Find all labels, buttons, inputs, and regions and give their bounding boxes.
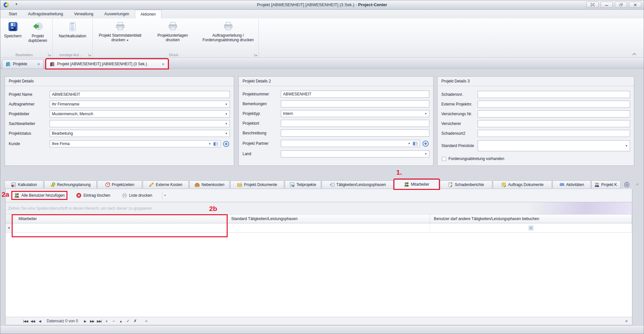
toolbar-overflow-caret[interactable]: ▼ bbox=[162, 192, 168, 199]
ribbon-collapse-icon[interactable] bbox=[632, 52, 637, 56]
minimize-button[interactable] bbox=[601, 2, 613, 8]
tab-auftrags-dokumente[interactable]: Auftrags Dokumente bbox=[493, 180, 552, 189]
tab-label: Externe Kosten bbox=[156, 182, 182, 187]
close-button[interactable] bbox=[629, 2, 641, 8]
dialog-launcher-icon[interactable] bbox=[88, 53, 91, 56]
ribbon-tab-aktionen[interactable]: Aktionen bbox=[135, 10, 162, 19]
window-title: Projekt [ABWESENHEIT] [ABWESENHEIT] (3 S… bbox=[0, 2, 644, 7]
projektunterlagen-drucken-button[interactable]: Projektunterlagen drucken bbox=[152, 20, 194, 43]
projektstatus-combo[interactable]: Bearbeitung▼ bbox=[50, 130, 230, 137]
contact-card-icon[interactable] bbox=[213, 142, 218, 146]
forderungsabtretung-checkbox-row: Forderungsabtretung vorhanden bbox=[442, 156, 504, 161]
nav-commit-button[interactable]: ✓ bbox=[125, 319, 131, 323]
tab-rechnungsplanung[interactable]: €Rechnungsplanung bbox=[44, 180, 97, 189]
tab-aktivitaeten[interactable]: Aktivitäten bbox=[553, 180, 591, 189]
ribbon-tab-start[interactable]: Start bbox=[3, 10, 22, 19]
nav-delete-button[interactable]: − bbox=[111, 319, 117, 324]
document-tab-bar: Projekte × Projekt [ABWESENHEIT] [ABWESE… bbox=[0, 58, 644, 69]
new-row-cell-mitarbeiter[interactable] bbox=[13, 223, 227, 233]
liste-drucken-button[interactable]: Liste drucken bbox=[120, 192, 154, 199]
nav-prev-button[interactable]: ◀ bbox=[37, 319, 43, 323]
close-tab-icon[interactable]: × bbox=[37, 62, 40, 67]
nav-prev-page-button[interactable]: ◀◀ bbox=[30, 319, 36, 323]
externe-projektnr-input[interactable] bbox=[478, 101, 630, 108]
auftragserteilung-drucken-button[interactable]: Auftragserteilung / Forderungsabtretung … bbox=[198, 20, 258, 43]
group-label-sonstige: sonstige Auf... bbox=[54, 53, 87, 57]
nav-last-button[interactable]: ▶▶| bbox=[96, 319, 102, 323]
doc-tab-projekt-abwesenheit[interactable]: Projekt [ABWESENHEIT] [ABWESENHEIT] (3 S… bbox=[46, 59, 168, 68]
add-kunde-button[interactable] bbox=[222, 140, 230, 148]
tab-teilprojekte[interactable]: 1Teilprojekte bbox=[285, 180, 321, 189]
standard-preisliste-combo[interactable]: ▼ bbox=[478, 140, 630, 151]
beschreibung-input[interactable] bbox=[281, 130, 429, 137]
auftragnehmer-combo[interactable]: Ihr Firmenname▼ bbox=[50, 101, 230, 108]
add-partner-button[interactable] bbox=[422, 140, 429, 147]
tab-settings-gear-icon[interactable] bbox=[624, 181, 630, 187]
contact-card-icon[interactable] bbox=[413, 142, 418, 146]
projekttyp-combo[interactable]: Intern▼ bbox=[281, 110, 429, 117]
projektort-input[interactable] bbox=[281, 120, 429, 127]
tab-projektzeiten[interactable]: Projektzeiten bbox=[97, 180, 142, 189]
nav-add-button[interactable]: + bbox=[103, 319, 110, 324]
column-header-mitarbeiter[interactable]: Mitarbeiter bbox=[13, 215, 227, 223]
land-combo[interactable]: ▼ bbox=[281, 150, 429, 157]
tab-kalkulation[interactable]: Kalkulation bbox=[5, 180, 43, 189]
tab-projekt-k[interactable]: Projekt K bbox=[591, 180, 621, 189]
tab-scroll-left-icon[interactable]: ◀ bbox=[636, 182, 638, 186]
hscroll-left-icon[interactable]: ◀ bbox=[145, 319, 147, 323]
projekt-partner-combo[interactable]: ▼ bbox=[281, 140, 420, 147]
projektnummer-input[interactable] bbox=[281, 91, 429, 98]
grid-checkbox[interactable] bbox=[529, 226, 533, 230]
tab-taetigkeiten-leistungsphasen[interactable]: Tätigkeiten/Leistungsphasen bbox=[322, 180, 394, 189]
tab-label: Schadenberichte bbox=[455, 182, 484, 187]
phases-table-icon bbox=[329, 182, 335, 187]
doc-tab-projekte[interactable]: Projekte × bbox=[2, 59, 43, 68]
versicherer-input[interactable] bbox=[478, 120, 630, 127]
close-tab-icon[interactable]: × bbox=[162, 62, 164, 67]
column-header-standard-taetigkeiten[interactable]: Standard Tätigkeiten/Leistungsphasen bbox=[227, 215, 430, 223]
sachbearbeiter-combo[interactable]: ▼ bbox=[50, 120, 230, 127]
new-row-cell-taetigkeiten[interactable] bbox=[227, 223, 430, 233]
speichern-button[interactable]: Speichern bbox=[1, 20, 25, 39]
nachkalkulation-button[interactable]: Nachkalkulation bbox=[55, 20, 90, 39]
nav-edit-button[interactable]: ▲ bbox=[118, 319, 124, 323]
report-icon bbox=[448, 182, 453, 187]
fullscreen-button[interactable] bbox=[586, 2, 599, 8]
stammdatenblatt-drucken-button[interactable]: Projekt Stammdatenblatt drucken ▼ bbox=[93, 20, 148, 43]
tab-nebenkosten[interactable]: Nebenkosten bbox=[189, 180, 230, 189]
hscroll-right-icon[interactable]: ▶ bbox=[626, 319, 628, 323]
projektleiter-combo[interactable]: Mustermensch, Mensch▼ bbox=[50, 110, 230, 118]
projekt-name-input[interactable] bbox=[50, 91, 230, 98]
ribbon-tab-auftragsbearbeitung[interactable]: Auftragsbearbeitung bbox=[22, 10, 68, 19]
ribbon-tab-auswertungen[interactable]: Auswertungen bbox=[99, 10, 135, 19]
column-header-benutzer-darf[interactable]: Benutzer darf andere Tätigkeiten/Leistun… bbox=[430, 215, 632, 223]
nav-next-button[interactable]: ▶ bbox=[82, 319, 88, 323]
projekt-duplizieren-button[interactable]: Projekt duplizieren bbox=[25, 20, 51, 44]
record-count-label: Datensatz 0 von 0 bbox=[44, 319, 81, 323]
tab-mitarbeiter[interactable]: Mitarbeiter bbox=[394, 179, 439, 189]
schadensort2-input[interactable] bbox=[478, 130, 630, 137]
ribbon-tab-verwaltung[interactable]: Verwaltung bbox=[68, 10, 99, 19]
eintrag-loeschen-button[interactable]: Eintrag löschen bbox=[74, 192, 112, 199]
field-label: Bemerkungen bbox=[243, 102, 281, 106]
alle-benutzer-hinzufuegen-button[interactable]: Alle Benutzer hinzufügen bbox=[12, 192, 66, 199]
kunde-combo[interactable]: Ihre Firma▼ bbox=[50, 140, 221, 147]
tab-schadenberichte[interactable]: Schadenberichte bbox=[440, 180, 492, 189]
tab-label: Teilprojekte bbox=[296, 182, 316, 187]
tab-projekt-dokumente[interactable]: Projekt Dokumente bbox=[230, 180, 284, 189]
nav-next-page-button[interactable]: ▶▶ bbox=[89, 319, 95, 323]
nav-cancel-button[interactable]: ✗ bbox=[132, 319, 138, 323]
bemerkungen-input[interactable] bbox=[281, 100, 429, 107]
field-label: Versicherer bbox=[441, 121, 478, 126]
tab-externe-kosten[interactable]: Externe Kosten bbox=[143, 180, 189, 189]
schadensnr-input[interactable] bbox=[478, 91, 630, 98]
dialog-launcher-icon[interactable] bbox=[48, 53, 51, 56]
group-by-bar[interactable]: Ziehen Sie eine Spaltenüberschrift in di… bbox=[6, 202, 632, 215]
nav-first-button[interactable]: |◀◀ bbox=[22, 319, 29, 323]
group-label-druck: Druck bbox=[94, 53, 253, 57]
chevron-down-icon: ▼ bbox=[424, 153, 427, 155]
versicherungs-nr-input[interactable] bbox=[478, 110, 630, 118]
restore-button[interactable] bbox=[615, 2, 627, 8]
forderungsabtretung-checkbox[interactable] bbox=[442, 157, 446, 161]
dialog-launcher-icon[interactable] bbox=[254, 53, 257, 56]
